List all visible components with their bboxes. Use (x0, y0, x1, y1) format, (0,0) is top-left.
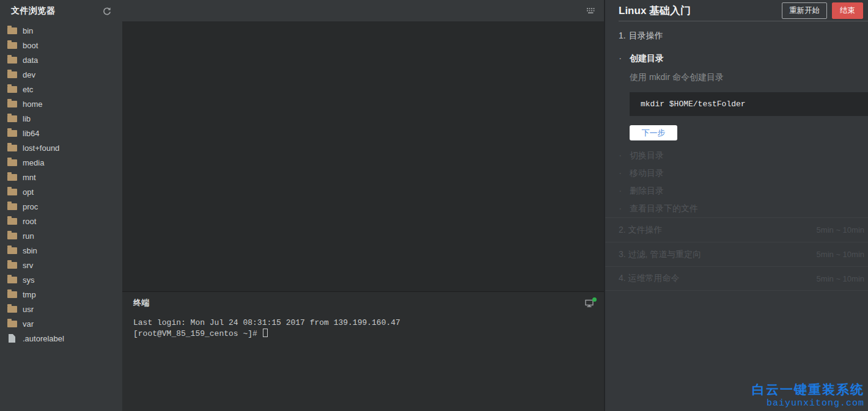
file-item-label: home (23, 100, 43, 109)
folder-icon (7, 27, 17, 34)
next-step-button[interactable]: 下一步 (630, 125, 677, 140)
file-item-etc[interactable]: etc (0, 82, 122, 96)
file-item-label: sbin (23, 246, 37, 255)
tutorial-header: Linux 基础入门 重新开始 结束 (619, 0, 868, 21)
folder-icon (7, 71, 17, 78)
file-item-sys[interactable]: sys (0, 272, 122, 287)
bullet-icon: · (619, 54, 630, 63)
code-snippet[interactable]: mkdir $HOME/testFolder (630, 92, 868, 116)
file-item-label: run (23, 231, 34, 241)
file-item-run[interactable]: run (0, 228, 122, 243)
watermark-url: baiyunxitong.com (752, 398, 864, 409)
bullet-icon: · (619, 169, 630, 178)
file-item-lost+found[interactable]: lost+found (0, 140, 122, 155)
bullet-icon: · (619, 205, 630, 213)
inactive-step-title: 查看目录下的文件 (630, 203, 698, 214)
file-item-label: dev (23, 70, 35, 79)
terminal-title: 终端 (133, 297, 150, 308)
file-item-mnt[interactable]: mnt (0, 170, 122, 184)
locked-chapter-list: 2. 文件操作5min ~ 10min3. 过滤, 管道与重定向5min ~ 1… (605, 217, 868, 291)
terminal-body[interactable]: Last login: Mon Jul 24 08:31:15 2017 fro… (122, 314, 604, 343)
refresh-icon[interactable] (102, 6, 112, 16)
folder-icon (7, 306, 17, 313)
file-item-label: proc (23, 202, 38, 211)
app-window: 文件浏览器 binbootdatadevetchomeliblib64lost+… (0, 0, 868, 411)
locked-chapter-row: 4. 运维常用命令5min ~ 10min (605, 266, 868, 291)
folder-icon (7, 218, 17, 225)
terminal-prompt-line: [root@VM_85_159_centos ~]# (133, 329, 593, 340)
terminal-monitor-icon[interactable] (585, 299, 594, 307)
file-item-label: lib (23, 114, 31, 123)
status-dot-icon (592, 297, 597, 302)
editor-topbar (122, 0, 604, 21)
file-item-tmp[interactable]: tmp (0, 287, 122, 302)
file-item-opt[interactable]: opt (0, 184, 122, 199)
inactive-step-title: 删除目录 (630, 186, 664, 197)
file-icon (9, 334, 15, 343)
folder-icon (7, 203, 17, 210)
file-item-label: tmp (23, 290, 36, 299)
file-item-root[interactable]: root (0, 214, 122, 228)
locked-chapter-row: 3. 过滤, 管道与重定向5min ~ 10min (605, 242, 868, 266)
editor-area[interactable] (122, 21, 604, 291)
tutorial-panel: Linux 基础入门 重新开始 结束 1.目录操作 · 创建目录 使用 mkdi… (604, 0, 868, 411)
file-item-bin[interactable]: bin (0, 23, 122, 38)
file-item-lib[interactable]: lib (0, 111, 122, 126)
finish-button[interactable]: 结束 (832, 2, 863, 19)
file-item-boot[interactable]: boot (0, 38, 122, 53)
file-item-label: lost+found (23, 144, 59, 153)
file-item-label: bin (23, 26, 33, 35)
file-item-label: sys (23, 275, 35, 285)
file-item-label: .autorelabel (23, 334, 64, 343)
restart-button[interactable]: 重新开始 (782, 2, 827, 19)
file-item-label: srv (23, 261, 33, 270)
inactive-step: ·切换目录 (619, 147, 868, 164)
file-item-home[interactable]: home (0, 96, 122, 111)
folder-icon (7, 321, 17, 327)
file-item-var[interactable]: var (0, 316, 122, 331)
inactive-step-title: 切换目录 (630, 150, 664, 161)
folder-icon (7, 159, 17, 166)
file-item-proc[interactable]: proc (0, 199, 122, 214)
folder-icon (7, 291, 17, 298)
locked-chapter-duration: 5min ~ 10min (817, 274, 864, 283)
file-item-media[interactable]: media (0, 155, 122, 170)
terminal-header: 终端 (122, 292, 604, 314)
file-item-lib64[interactable]: lib64 (0, 126, 122, 140)
tutorial-title: Linux 基础入门 (619, 4, 782, 18)
folder-icon (7, 174, 17, 181)
active-step: · 创建目录 使用 mkdir 命令创建目录 mkdir $HOME/testF… (619, 53, 868, 140)
file-item-label: lib64 (23, 129, 39, 138)
folder-icon (7, 101, 17, 107)
file-item-label: usr (23, 305, 34, 314)
file-item-srv[interactable]: srv (0, 258, 122, 272)
bullet-icon: · (619, 151, 630, 160)
terminal-panel: 终端 Last login: Mon Jul 24 08:31:15 2017 … (122, 291, 604, 411)
file-item-.autorelabel[interactable]: .autorelabel (0, 331, 122, 346)
file-item-sbin[interactable]: sbin (0, 243, 122, 258)
file-item-label: opt (23, 187, 34, 197)
file-browser-header: 文件浏览器 (0, 0, 122, 21)
terminal-cursor (263, 329, 268, 337)
watermark-title: 白云一键重装系统 (752, 381, 864, 398)
folder-icon (7, 42, 17, 49)
file-item-dev[interactable]: dev (0, 67, 122, 82)
terminal-output-line: Last login: Mon Jul 24 08:31:15 2017 fro… (133, 318, 593, 329)
folder-icon (7, 115, 17, 122)
file-item-label: etc (23, 85, 33, 94)
inactive-step: ·查看目录下的文件 (619, 200, 868, 217)
keyboard-icon[interactable] (586, 7, 596, 15)
folder-icon (7, 86, 17, 93)
file-item-data[interactable]: data (0, 53, 122, 67)
file-item-label: var (23, 319, 34, 329)
watermark: 白云一键重装系统 baiyunxitong.com (752, 381, 864, 409)
chapter-1-heading: 1.目录操作 (619, 31, 868, 42)
folder-icon (7, 247, 17, 254)
bullet-icon: · (619, 187, 630, 195)
active-step-title: 创建目录 (630, 53, 664, 64)
file-item-usr[interactable]: usr (0, 302, 122, 316)
file-item-label: media (23, 158, 44, 167)
file-item-label: mnt (23, 173, 36, 182)
locked-chapter-duration: 5min ~ 10min (817, 250, 864, 259)
locked-chapter-row: 2. 文件操作5min ~ 10min (605, 217, 868, 242)
